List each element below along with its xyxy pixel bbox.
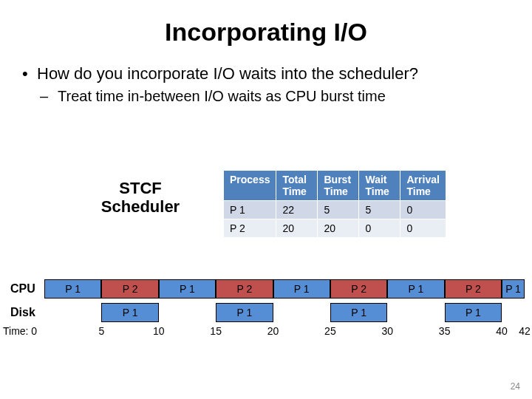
tick: 25: [324, 325, 336, 337]
page-number: 24: [511, 381, 520, 392]
table-row: P 1 22 5 5 0: [224, 201, 446, 219]
gantt-seg-p2: P 2: [445, 279, 502, 299]
gantt-seg-p2: P 2: [330, 279, 387, 299]
disk-row-label: Disk: [10, 306, 35, 319]
gantt-seg-p1: P 1: [330, 303, 387, 322]
tick: 40: [496, 325, 508, 337]
cell: 0: [400, 201, 446, 219]
gantt-seg-p1: P 1: [273, 279, 330, 299]
tick: 10: [153, 325, 165, 337]
gantt-seg-p2: P 2: [216, 279, 273, 299]
cell: 20: [318, 219, 359, 238]
bullet-list: How do you incorporate I/O waits into th…: [22, 64, 532, 105]
cell: 5: [359, 201, 400, 219]
process-table: Process Total Time Burst Time Wait Time …: [223, 170, 446, 238]
cell: 20: [276, 219, 318, 238]
gantt-seg-p1: P 1: [387, 279, 444, 299]
th-total: Total Time: [276, 171, 318, 201]
table-row: P 2 20 20 0 0: [224, 219, 446, 238]
bullet-level-2: Treat time in-between I/O waits as CPU b…: [22, 88, 532, 105]
cell: P 2: [224, 219, 276, 238]
time-zero-label: Time: 0: [3, 325, 37, 337]
cell: 5: [318, 201, 359, 219]
tick: 5: [98, 325, 104, 337]
gantt-seg-p1: P 1: [502, 279, 525, 299]
slide-title: Incorporating I/O: [0, 0, 532, 47]
cell: 0: [359, 219, 400, 238]
gantt-seg-p1: P 1: [216, 303, 273, 322]
cell: P 1: [224, 201, 276, 219]
cpu-row-label: CPU: [10, 282, 35, 296]
gantt-seg-p2: P 2: [101, 279, 158, 299]
tick: 42: [519, 325, 531, 337]
tick: 15: [210, 325, 222, 337]
gantt-seg-p1: P 1: [445, 303, 502, 322]
th-arrival: Arrival Time: [400, 171, 446, 201]
cell: 0: [400, 219, 446, 238]
th-burst: Burst Time: [318, 171, 359, 201]
th-wait: Wait Time: [359, 171, 400, 201]
gantt-seg-p1: P 1: [44, 279, 101, 299]
bullet-level-1: How do you incorporate I/O waits into th…: [22, 64, 532, 83]
tick: 35: [439, 325, 451, 337]
table-header-row: Process Total Time Burst Time Wait Time …: [224, 171, 446, 201]
th-process: Process: [224, 171, 276, 201]
scheduler-label-line2: Scheduler: [81, 197, 200, 216]
slide: Incorporating I/O How do you incorporate…: [0, 0, 532, 399]
cell: 22: [276, 201, 318, 219]
scheduler-label-line1: STCF: [81, 179, 200, 197]
gantt-seg-p1: P 1: [159, 279, 216, 299]
tick: 30: [381, 325, 393, 337]
scheduler-label: STCF Scheduler: [81, 179, 200, 216]
gantt-seg-p1: P 1: [101, 303, 158, 322]
tick: 20: [267, 325, 279, 337]
